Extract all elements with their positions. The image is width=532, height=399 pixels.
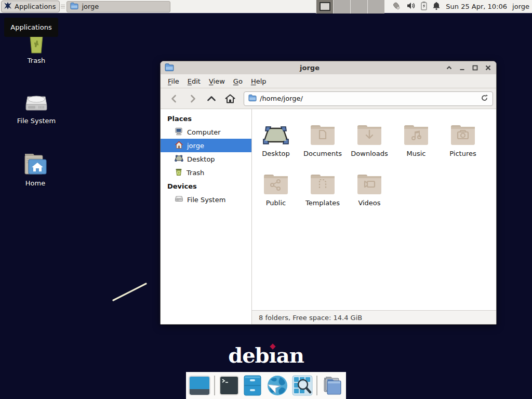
home-folder-icon	[4, 151, 66, 177]
menu-help[interactable]: Help	[247, 75, 271, 87]
location-bar[interactable]: /home/jorge/	[244, 91, 493, 106]
pictures-folder-icon	[450, 118, 476, 145]
computer-icon	[175, 127, 183, 137]
file-item-label: Documents	[303, 150, 342, 157]
app-finder-launcher[interactable]	[292, 375, 313, 396]
file-item-pictures[interactable]: Pictures	[440, 118, 486, 168]
file-manager-launcher[interactable]	[243, 375, 262, 396]
desktop-icon-home[interactable]: Home	[4, 151, 66, 187]
tooltip-text: Applications	[10, 23, 51, 31]
file-item-desktop[interactable]: Desktop	[252, 118, 299, 168]
file-item-label: Public	[266, 199, 286, 207]
debian-text-post: an	[276, 343, 304, 367]
applications-menu-button[interactable]: Applications	[1, 1, 60, 12]
drive-icon	[175, 195, 183, 204]
music-folder-icon	[403, 118, 429, 145]
file-item-label: Downloads	[351, 150, 388, 157]
dock-separator	[316, 376, 317, 395]
workspace-window-miniature	[320, 2, 330, 11]
sidebar-item-label: Computer	[187, 128, 221, 136]
menu-edit[interactable]: Edit	[183, 75, 205, 87]
top-panel: Applications jorge Sun 25 Apr, 10:06 jor…	[0, 0, 532, 14]
menu-file[interactable]: File	[164, 75, 183, 87]
sidebar-item-trash[interactable]: Trash	[161, 166, 251, 179]
workspace-1[interactable]	[316, 0, 333, 14]
terminal-launcher[interactable]	[219, 375, 240, 396]
web-browser-launcher[interactable]	[265, 374, 288, 397]
desktop-folder-icon	[262, 118, 289, 145]
battery-icon[interactable]	[420, 1, 428, 12]
debian-text-pre: deb	[228, 343, 269, 367]
path-input[interactable]: /home/jorge/	[260, 95, 477, 102]
panel-username[interactable]: jorge	[512, 3, 529, 10]
pen-stroke-artifact	[109, 280, 153, 304]
sidebar-item-desktop[interactable]: Desktop	[161, 152, 251, 166]
file-item-label: Music	[407, 150, 426, 157]
desktop-icon-file-system[interactable]: File System	[5, 87, 68, 125]
sidebar-header-places: Places	[161, 112, 251, 125]
trash-icon	[175, 168, 183, 178]
back-button[interactable]	[165, 90, 183, 107]
desktop-icon-label: Home	[4, 179, 66, 187]
path-folder-icon	[248, 94, 257, 103]
reload-icon[interactable]	[481, 94, 488, 103]
desktop-icon-label: Trash	[5, 57, 68, 64]
sidebar-item-label: Trash	[187, 169, 204, 177]
documents-folder-icon	[310, 118, 336, 145]
statusbar: 8 folders, Free space: 14.4 GiB	[252, 310, 496, 324]
menu-go[interactable]: Go	[229, 75, 247, 87]
menu-view[interactable]: View	[205, 75, 229, 87]
file-item-label: Desktop	[262, 150, 290, 157]
file-item-public[interactable]: Public	[252, 168, 299, 217]
taskbar-window-button[interactable]: jorge	[66, 1, 170, 12]
applications-menu-label: Applications	[15, 3, 56, 10]
public-folder-icon	[263, 168, 289, 195]
titlebar[interactable]: jorge	[161, 61, 496, 74]
downloads-folder-icon	[356, 118, 382, 145]
home-icon	[175, 141, 183, 151]
sidebar-item-file-system[interactable]: File System	[161, 193, 251, 206]
notification-bell-icon[interactable]	[432, 1, 441, 12]
file-manager-window: jorge File Edit View Go Help	[160, 61, 497, 325]
desktop-icon	[175, 154, 183, 164]
input-device-icon[interactable]	[392, 1, 402, 12]
system-tray	[392, 1, 441, 12]
sidebar-item-label: Desktop	[187, 155, 215, 163]
panel-clock[interactable]: Sun 25 Apr, 10:06	[446, 3, 507, 10]
show-desktop-button[interactable]	[189, 376, 210, 395]
close-button[interactable]	[484, 64, 492, 72]
taskbar-window-label: jorge	[82, 3, 99, 10]
workspace-4[interactable]	[367, 0, 384, 14]
folder-view[interactable]: Desktop Documents	[252, 109, 496, 324]
dock	[186, 372, 346, 399]
forward-button[interactable]	[183, 90, 202, 107]
file-item-label: Pictures	[449, 150, 476, 157]
sidebar-item-computer[interactable]: Computer	[161, 125, 251, 139]
home-button[interactable]	[221, 90, 240, 107]
applications-tooltip: Applications	[4, 18, 58, 37]
file-item-music[interactable]: Music	[393, 118, 440, 168]
file-item-documents[interactable]: Documents	[299, 118, 346, 168]
window-folder-icon	[165, 63, 174, 73]
desktop-icon-label: File System	[5, 117, 68, 125]
toolbar: /home/jorge/	[161, 88, 496, 109]
maximize-button[interactable]	[471, 64, 479, 72]
hard-drive-icon	[5, 87, 68, 114]
minimize-button[interactable]	[458, 64, 466, 72]
workspace-2[interactable]	[333, 0, 350, 14]
workspace-3[interactable]	[350, 0, 367, 14]
panel-grip[interactable]	[61, 2, 65, 11]
workspace-switcher[interactable]	[316, 0, 384, 14]
file-item-downloads[interactable]: Downloads	[346, 118, 393, 168]
file-item-videos[interactable]: Videos	[346, 168, 393, 217]
volume-icon[interactable]	[406, 1, 416, 12]
up-button[interactable]	[202, 90, 221, 107]
file-item-label: Videos	[358, 199, 380, 207]
directory-menu-launcher[interactable]	[321, 375, 344, 396]
shade-button[interactable]	[445, 64, 453, 72]
debian-wordmark: debıan	[0, 343, 532, 367]
statusbar-text: 8 folders, Free space: 14.4 GiB	[259, 314, 362, 322]
sidebar-header-devices: Devices	[161, 179, 251, 193]
file-item-templates[interactable]: Templates	[299, 168, 346, 217]
sidebar-item-jorge[interactable]: jorge	[161, 139, 251, 152]
